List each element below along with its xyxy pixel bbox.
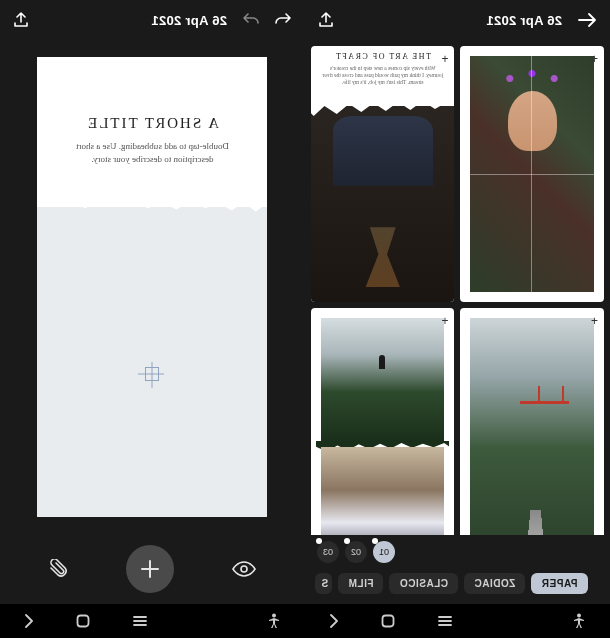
export-icon[interactable] [14, 12, 28, 28]
category-tab-more[interactable]: S [315, 573, 332, 594]
canvas-subtitle[interactable]: Double-tap to add subheading. Use a shor… [64, 140, 242, 165]
editor-toolbar [0, 534, 305, 604]
undo-icon[interactable] [275, 13, 291, 27]
system-navbar [305, 604, 610, 638]
category-tab-zodiac[interactable]: ZODIAC [464, 573, 525, 594]
template-card-2[interactable]: + THE ART OF CRAFT With every sip comes … [311, 46, 455, 302]
template-gallery: + + THE ART OF CRAFT With every sip come… [305, 40, 610, 535]
page-dot-3[interactable]: 03 [317, 541, 339, 563]
svg-rect-1 [383, 616, 394, 627]
svg-rect-4 [78, 616, 89, 627]
template-photo [311, 106, 455, 302]
canvas-title[interactable]: A SHORT TITLE [38, 115, 268, 132]
template-card-3[interactable]: + [461, 308, 605, 535]
template-title: THE ART OF CRAFT [311, 52, 455, 61]
preview-icon[interactable] [232, 561, 256, 577]
template-photo [471, 56, 595, 292]
date-label: 26 Apr 2021 [486, 13, 562, 28]
recent-apps-icon[interactable] [437, 613, 453, 629]
home-icon[interactable] [76, 614, 90, 628]
template-gallery-pane: 26 Apr 2021 + + THE ART OF CR [305, 0, 610, 638]
redo-icon[interactable] [243, 13, 259, 27]
add-icon: + [591, 52, 598, 66]
category-tab-paper[interactable]: PAPER [531, 573, 587, 594]
accessibility-icon[interactable] [267, 613, 281, 629]
nav-back-icon[interactable] [329, 614, 339, 628]
date-label: 26 Apr 2021 [151, 13, 227, 28]
editor-pane: 26 Apr 2021 A SHORT TITLE Double-tap to … [0, 0, 305, 638]
template-card-1[interactable]: + [461, 46, 605, 302]
page-indicator: 01 02 03 [305, 535, 610, 567]
template-photo-bottom [321, 447, 445, 535]
category-tabs: PAPER ZODIAC CLASICO FILM S [305, 567, 610, 604]
template-photo [471, 318, 595, 535]
svg-point-3 [272, 614, 276, 618]
system-navbar [0, 604, 305, 638]
template-card-4[interactable]: + [311, 308, 455, 535]
add-content-marker[interactable] [146, 367, 160, 381]
template-photo-top [321, 318, 445, 441]
topbar-right: 26 Apr 2021 [305, 0, 610, 40]
accessibility-icon[interactable] [572, 613, 586, 629]
page-dot-2[interactable]: 02 [345, 541, 367, 563]
add-icon: + [441, 52, 448, 66]
svg-point-2 [241, 566, 247, 572]
add-icon: + [591, 314, 598, 328]
story-canvas[interactable]: A SHORT TITLE Double-tap to add subheadi… [38, 57, 268, 517]
template-body: With every sip comes a new step in the c… [321, 65, 445, 86]
attachment-icon[interactable] [49, 559, 67, 579]
page-dot-1[interactable]: 01 [373, 541, 395, 563]
add-icon: + [441, 314, 448, 328]
add-button[interactable] [126, 545, 174, 593]
svg-point-0 [577, 614, 581, 618]
home-icon[interactable] [381, 614, 395, 628]
export-icon[interactable] [319, 12, 333, 28]
category-tab-clasico[interactable]: CLASICO [390, 573, 459, 594]
topbar-left: 26 Apr 2021 [0, 0, 305, 40]
nav-back-icon[interactable] [24, 614, 34, 628]
back-arrow-icon[interactable] [578, 13, 596, 27]
category-tab-film[interactable]: FILM [338, 573, 383, 594]
canvas-area: A SHORT TITLE Double-tap to add subheadi… [0, 40, 305, 534]
recent-apps-icon[interactable] [132, 613, 148, 629]
